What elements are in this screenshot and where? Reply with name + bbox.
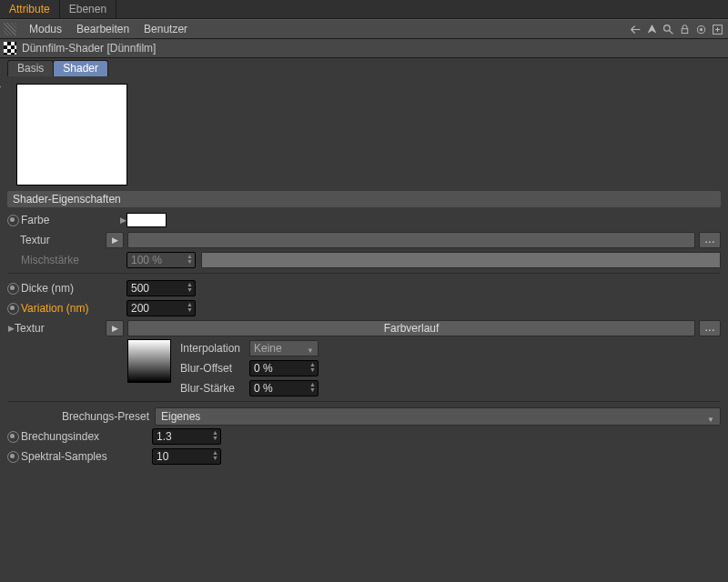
label-blur-staerke: Blur-Stärke: [180, 382, 249, 395]
texture-browse-button-1[interactable]: …: [699, 232, 721, 248]
texture-field-2[interactable]: Farbverlauf: [127, 320, 695, 336]
color-swatch-farbe[interactable]: [126, 213, 167, 227]
expand-textur2-icon[interactable]: ▶: [7, 324, 15, 333]
slider-mischstaerke: [201, 252, 721, 268]
label-brechungs-preset: Brechungs-Preset: [62, 410, 149, 423]
divider: [7, 401, 721, 402]
menu-bar: Modus Bearbeiten Benutzer: [0, 19, 728, 39]
object-title: Dünnfilm-Shader [Dünnfilm]: [22, 42, 156, 55]
up-arrow-icon[interactable]: [645, 23, 659, 36]
dropdown-interpolation[interactable]: Keine▼: [249, 340, 318, 356]
menu-right-icons: [629, 20, 724, 38]
label-mischstaerke: Mischstärke: [21, 254, 81, 266]
label-blur-offset: Blur-Offset: [180, 362, 249, 375]
svg-rect-1: [682, 28, 688, 33]
shader-preview[interactable]: [16, 84, 127, 186]
label-dicke: Dicke (nm): [21, 282, 76, 295]
grip-icon: [4, 23, 16, 35]
value-dicke[interactable]: 500▲▼: [126, 280, 196, 296]
label-spektral-samples: Spektral-Samples: [21, 450, 109, 463]
sub-tab-bar: Basis Shader: [0, 58, 728, 76]
value-mischstaerke: 100 %▲▼: [126, 252, 196, 268]
label-textur1: Textur: [20, 234, 52, 246]
new-panel-icon[interactable]: [711, 23, 724, 36]
expand-farbe-icon[interactable]: ▶: [119, 216, 126, 225]
tab-attribute[interactable]: Attribute: [0, 0, 60, 18]
texture-browse-button-2[interactable]: …: [699, 320, 721, 336]
anim-dot[interactable]: [7, 215, 19, 226]
shader-type-icon: [4, 42, 16, 55]
dropdown-brechungs-preset[interactable]: Eigenes▼: [155, 407, 721, 426]
label-farbe: Farbe: [21, 214, 51, 226]
subtab-shader[interactable]: Shader: [53, 60, 108, 76]
svg-point-0: [664, 25, 671, 31]
value-variation[interactable]: 200▲▼: [126, 300, 196, 316]
texture-menu-button-2[interactable]: ▶: [106, 320, 124, 336]
back-arrow-icon[interactable]: [629, 23, 642, 36]
main-tab-bar: Attribute Ebenen: [0, 0, 728, 19]
menu-bearbeiten[interactable]: Bearbeiten: [69, 23, 136, 35]
svg-point-3: [700, 28, 702, 30]
anim-dot[interactable]: [7, 451, 19, 463]
value-brechungsindex[interactable]: 1.3▲▼: [152, 428, 221, 445]
row-dicke: Dicke (nm) ▶ 500▲▼: [7, 279, 721, 297]
object-title-bar: Dünnfilm-Shader [Dünnfilm]: [0, 39, 728, 58]
row-textur1: Textur ▶ …: [7, 231, 721, 249]
menu-modus[interactable]: Modus: [22, 23, 69, 35]
subtab-basis[interactable]: Basis: [7, 60, 54, 76]
panel-body: ▼ Shader-Eigenschaften Farbe ▶ Textur ▶ …: [0, 76, 728, 471]
disclosure-triangle[interactable]: ▼: [0, 84, 3, 93]
texture-menu-button[interactable]: ▶: [106, 232, 124, 248]
value-blur-offset[interactable]: 0 %▲▼: [249, 360, 318, 376]
row-farbe: Farbe ▶: [7, 211, 721, 229]
section-header: Shader-Eigenschaften: [7, 191, 721, 207]
gradient-preview[interactable]: [127, 339, 171, 383]
row-textur2: ▶ Textur ▶ Farbverlauf …: [7, 319, 721, 337]
row-brechungsindex: Brechungsindex 1.3▲▼: [7, 427, 721, 446]
label-interpolation: Interpolation: [180, 342, 249, 355]
row-spektral-samples: Spektral-Samples 10▲▼: [7, 447, 721, 466]
target-icon[interactable]: [694, 23, 708, 36]
value-blur-staerke[interactable]: 0 %▲▼: [249, 380, 318, 396]
anim-dot[interactable]: [7, 283, 19, 295]
divider: [7, 273, 721, 274]
texture-field-1[interactable]: [127, 232, 695, 248]
row-mischstaerke: Mischstärke ▶ 100 %▲▼: [7, 251, 721, 269]
menu-benutzer[interactable]: Benutzer: [136, 23, 195, 35]
label-textur2: Textur: [15, 322, 46, 335]
value-spektral-samples[interactable]: 10▲▼: [152, 448, 221, 465]
tab-ebenen[interactable]: Ebenen: [60, 0, 116, 18]
label-brechungsindex: Brechungsindex: [21, 430, 101, 443]
row-variation: Variation (nm) ▶ 200▲▼: [7, 299, 721, 317]
lock-icon[interactable]: [678, 23, 692, 36]
gradient-block: Interpolation Keine▼ Blur-Offset 0 %▲▼ B…: [7, 339, 721, 397]
row-brechungs-preset: Brechungs-Preset Eigenes▼: [7, 407, 721, 426]
search-icon[interactable]: [662, 23, 675, 36]
anim-dot[interactable]: [7, 431, 19, 443]
label-variation: Variation (nm): [21, 302, 90, 315]
anim-dot[interactable]: [7, 303, 19, 315]
